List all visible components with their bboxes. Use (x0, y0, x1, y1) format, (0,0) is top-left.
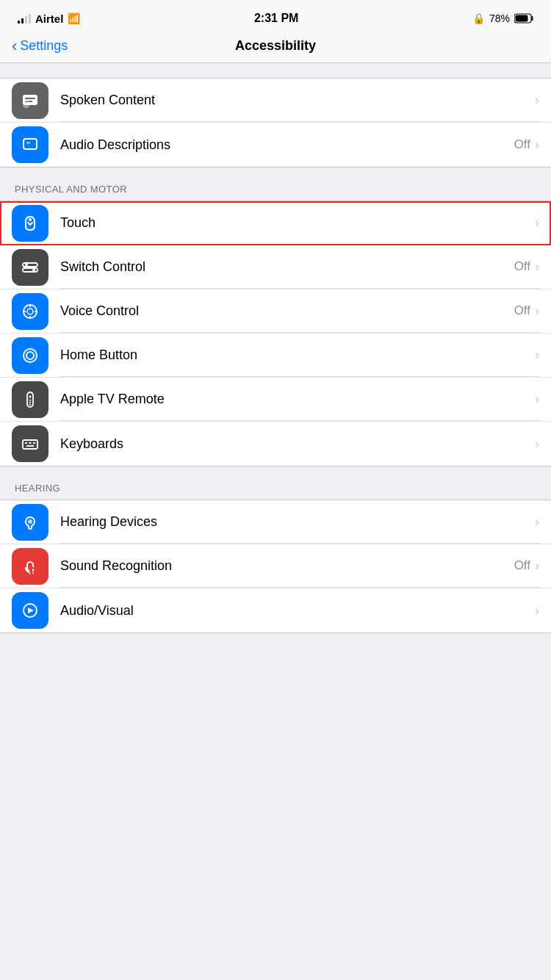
home-button-chevron: › (535, 347, 539, 363)
switch-control-status: Off (514, 259, 530, 274)
keyboards-right: › (535, 436, 539, 452)
svg-rect-26 (29, 404, 32, 406)
svg-rect-25 (29, 402, 32, 403)
keyboards-icon (12, 425, 48, 462)
apple-tv-remote-label: Apple TV Remote (60, 392, 165, 407)
svg-rect-29 (29, 442, 32, 444)
audio-descriptions-right: Off › (514, 137, 539, 153)
svg-point-12 (25, 263, 28, 266)
carrier-label: Airtel (35, 12, 63, 25)
list-item-apple-tv-remote[interactable]: Apple TV Remote › (0, 378, 551, 422)
hearing-devices-content: Hearing Devices › (60, 500, 539, 544)
svg-rect-1 (532, 16, 533, 21)
list-item-keyboards[interactable]: Keyboards › (0, 422, 551, 466)
sound-recognition-label: Sound Recognition (60, 558, 172, 574)
lock-icon: 🔒 (472, 12, 485, 24)
list-item-switch-control[interactable]: Switch Control Off › (0, 245, 551, 289)
list-item-sound-recognition[interactable]: Sound Recognition Off › (0, 544, 551, 588)
svg-point-21 (26, 352, 34, 359)
list-item-voice-control[interactable]: Voice Control Off › (0, 289, 551, 334)
svg-text:@: @ (23, 100, 30, 108)
back-button[interactable]: ‹ Settings (12, 38, 68, 54)
apple-tv-remote-chevron: › (535, 392, 539, 407)
switch-control-chevron: › (535, 259, 539, 275)
section-physical: PHYSICAL AND MOTOR Touch › (0, 169, 551, 466)
list-item-home-button[interactable]: Home Button › (0, 334, 551, 378)
audio-visual-label: Audio/Visual (60, 603, 134, 619)
switch-control-icon (12, 249, 48, 286)
keyboards-label: Keyboards (60, 436, 123, 452)
svg-rect-4 (25, 98, 35, 99)
list-item-touch[interactable]: Touch › (0, 201, 551, 245)
sound-recognition-status: Off (514, 558, 530, 573)
list-group-hearing: Hearing Devices › Sound Recognition (0, 500, 551, 633)
svg-rect-28 (25, 442, 27, 444)
sound-recognition-right: Off › (514, 558, 539, 574)
physical-section-header: PHYSICAL AND MOTOR (0, 169, 551, 201)
back-chevron-icon: ‹ (12, 38, 17, 54)
list-group-physical: Touch › Switch Control Off › (0, 201, 551, 466)
svg-marker-39 (28, 608, 34, 613)
touch-right: › (535, 215, 539, 231)
audio-visual-icon (12, 592, 48, 629)
touch-content: Touch › (60, 201, 539, 245)
switch-control-content: Switch Control Off › (60, 245, 539, 289)
hearing-devices-right: › (535, 514, 539, 530)
list-group-media: @ Spoken Content › " Audio Descriptions (0, 78, 551, 167)
svg-rect-36 (32, 569, 34, 572)
list-item-hearing-devices[interactable]: Hearing Devices › (0, 500, 551, 544)
status-bar: Airtel 📶 2:31 PM 🔒 78% (0, 0, 551, 32)
svg-point-23 (29, 395, 32, 397)
keyboards-content: Keyboards › (60, 422, 539, 466)
battery-percent: 78% (489, 12, 510, 24)
voice-control-right: Off › (514, 303, 539, 319)
voice-control-icon (12, 293, 48, 330)
svg-rect-30 (33, 442, 35, 444)
home-button-icon (12, 337, 48, 374)
apple-tv-remote-right: › (535, 392, 539, 407)
sound-recognition-icon (12, 548, 48, 585)
keyboards-chevron: › (535, 436, 539, 452)
svg-rect-27 (23, 440, 37, 449)
signal-bars (18, 13, 31, 24)
spoken-content-right: › (535, 93, 539, 108)
svg-point-32 (28, 519, 32, 524)
home-button-label: Home Button (60, 347, 137, 363)
list-item-audio-descriptions[interactable]: " Audio Descriptions Off › (0, 123, 551, 167)
voice-control-chevron: › (535, 303, 539, 319)
spoken-content-label: Spoken Content (60, 93, 155, 108)
home-button-right: › (535, 347, 539, 363)
svg-rect-31 (26, 445, 34, 447)
svg-point-20 (24, 349, 37, 362)
hearing-section-header: HEARING (0, 468, 551, 500)
svg-point-9 (29, 218, 32, 221)
status-left: Airtel 📶 (18, 12, 80, 25)
touch-label: Touch (60, 215, 96, 231)
audio-visual-chevron: › (535, 603, 539, 619)
svg-point-15 (27, 309, 33, 314)
touch-chevron: › (535, 215, 539, 231)
audio-descriptions-status: Off (514, 137, 530, 152)
apple-tv-remote-icon (12, 381, 48, 418)
section-hearing: HEARING Hearing Devices › (0, 468, 551, 633)
apple-tv-remote-content: Apple TV Remote › (60, 378, 539, 421)
voice-control-content: Voice Control Off › (60, 289, 539, 333)
voice-control-label: Voice Control (60, 303, 139, 319)
voice-control-status: Off (514, 303, 530, 318)
battery-icon (514, 13, 533, 24)
switch-control-right: Off › (514, 259, 539, 275)
audio-visual-right: › (535, 603, 539, 619)
audio-descriptions-icon: " (12, 126, 48, 163)
audio-descriptions-content: Audio Descriptions Off › (60, 123, 539, 167)
status-right: 🔒 78% (472, 12, 533, 24)
switch-control-label: Switch Control (60, 259, 145, 275)
nav-header: ‹ Settings Accessibility (0, 32, 551, 63)
svg-text:": " (26, 140, 30, 149)
list-item-spoken-content[interactable]: @ Spoken Content › (0, 79, 551, 123)
audio-visual-content: Audio/Visual › (60, 588, 539, 633)
spoken-content-chevron: › (535, 93, 539, 108)
list-item-audio-visual[interactable]: Audio/Visual › (0, 588, 551, 633)
sound-recognition-content: Sound Recognition Off › (60, 544, 539, 588)
svg-rect-24 (29, 400, 32, 401)
page-title: Accessibility (235, 38, 316, 54)
